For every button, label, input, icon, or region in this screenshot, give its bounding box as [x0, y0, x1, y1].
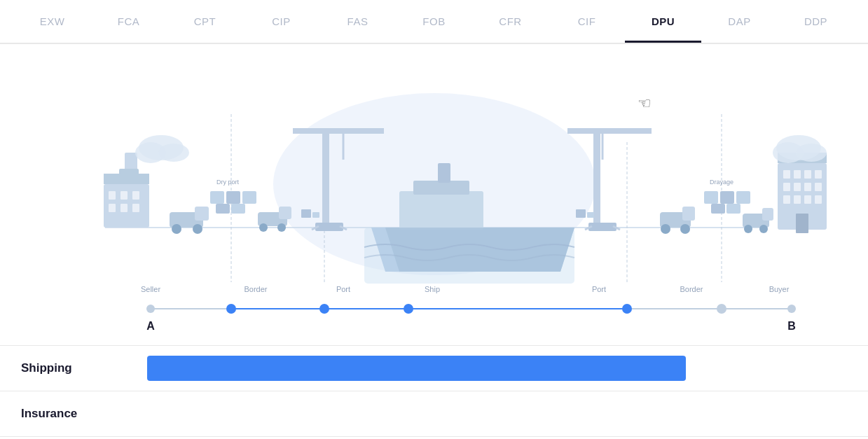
svg-rect-49: [322, 128, 329, 226]
svg-point-5: [146, 305, 155, 313]
svg-rect-40: [210, 191, 224, 204]
svg-rect-75: [711, 204, 725, 214]
svg-rect-42: [242, 191, 256, 204]
svg-rect-72: [704, 191, 718, 204]
svg-rect-31: [132, 191, 139, 200]
svg-point-9: [622, 304, 632, 314]
insurance-label: Insurance: [21, 407, 147, 421]
svg-rect-44: [231, 204, 245, 214]
svg-rect-89: [804, 170, 811, 179]
svg-rect-99: [796, 214, 808, 233]
svg-rect-43: [216, 204, 230, 214]
insurance-bar-container: [147, 401, 847, 426]
svg-rect-36: [195, 207, 209, 221]
svg-rect-93: [804, 183, 811, 191]
diagram-svg: A B Seller Border Port Ship Port Border …: [0, 44, 868, 345]
svg-text:Port: Port: [592, 285, 606, 293]
duties-row: Duties: [0, 436, 868, 439]
svg-rect-96: [794, 195, 801, 204]
insurance-row: Insurance: [0, 391, 868, 436]
svg-rect-29: [109, 191, 116, 200]
svg-rect-64: [567, 128, 652, 134]
svg-rect-70: [587, 212, 594, 218]
svg-rect-97: [804, 195, 811, 204]
tab-fas[interactable]: FAS: [319, 1, 396, 41]
svg-text:Border: Border: [244, 285, 267, 293]
svg-rect-55: [301, 209, 311, 218]
svg-rect-95: [783, 195, 790, 204]
svg-point-10: [717, 304, 726, 314]
svg-point-6: [226, 304, 236, 314]
svg-rect-76: [726, 204, 740, 214]
svg-rect-59: [399, 191, 483, 230]
svg-rect-41: [226, 191, 240, 204]
svg-point-37: [172, 224, 181, 234]
svg-text:Border: Border: [680, 285, 703, 293]
svg-rect-87: [783, 170, 790, 179]
svg-text:B: B: [787, 320, 796, 332]
shipping-diagram: ☜ A B Seller Border Port Sh: [0, 44, 868, 345]
tab-cip[interactable]: CIP: [243, 1, 319, 41]
tab-ddp[interactable]: DDP: [778, 1, 854, 41]
svg-rect-98: [815, 195, 822, 204]
svg-point-48: [277, 223, 286, 232]
svg-rect-90: [815, 170, 822, 179]
navigation-tabs: EXW FCA CPT CIP FAS FOB CFR CIF DPU DAP …: [0, 0, 868, 44]
svg-rect-82: [762, 208, 773, 221]
svg-rect-33: [120, 204, 128, 212]
cursor-icon: ☜: [638, 95, 652, 113]
svg-rect-91: [783, 183, 790, 191]
svg-point-38: [193, 224, 202, 234]
svg-point-84: [759, 225, 768, 233]
svg-rect-94: [815, 183, 822, 191]
svg-rect-88: [794, 170, 801, 179]
shipping-bar: [147, 356, 686, 381]
shipping-label: Shipping: [21, 361, 147, 375]
svg-point-11: [787, 305, 796, 313]
tab-fca[interactable]: FCA: [90, 1, 167, 41]
svg-rect-63: [593, 128, 600, 226]
tab-cpt[interactable]: CPT: [167, 1, 243, 41]
tab-fob[interactable]: FOB: [396, 1, 472, 41]
svg-rect-34: [132, 204, 139, 212]
tab-dap[interactable]: DAP: [701, 1, 778, 41]
svg-marker-62: [385, 228, 574, 272]
legend-section: Shipping Insurance Duties: [0, 345, 868, 439]
tab-exw[interactable]: EXW: [14, 1, 90, 41]
svg-rect-56: [312, 212, 319, 218]
svg-point-7: [319, 304, 329, 314]
svg-point-83: [744, 225, 752, 233]
svg-rect-30: [120, 191, 128, 200]
svg-rect-61: [438, 163, 450, 183]
svg-rect-32: [109, 204, 116, 212]
svg-point-47: [259, 223, 268, 232]
svg-text:Ship: Ship: [425, 285, 440, 293]
svg-text:Port: Port: [336, 285, 350, 293]
svg-rect-66: [588, 223, 616, 231]
svg-point-105: [796, 144, 827, 162]
shipping-bar-container: [147, 356, 847, 381]
tab-dpu[interactable]: DPU: [625, 1, 701, 41]
svg-rect-52: [315, 223, 343, 231]
svg-text:A: A: [146, 320, 155, 332]
svg-point-8: [404, 304, 413, 314]
svg-text:Drayage: Drayage: [710, 179, 733, 186]
svg-rect-50: [293, 128, 384, 134]
tab-cfr[interactable]: CFR: [472, 1, 549, 41]
svg-rect-78: [682, 207, 695, 221]
shipping-row: Shipping: [0, 345, 868, 391]
tab-cif[interactable]: CIF: [549, 1, 625, 41]
svg-rect-74: [736, 191, 750, 204]
svg-rect-46: [279, 207, 291, 219]
svg-text:Seller: Seller: [141, 285, 160, 293]
svg-rect-92: [794, 183, 801, 191]
svg-rect-73: [720, 191, 734, 204]
svg-marker-28: [104, 174, 149, 184]
svg-text:Buyer: Buyer: [769, 285, 790, 293]
svg-text:Dry port: Dry port: [216, 179, 240, 186]
svg-point-80: [680, 224, 690, 234]
svg-point-79: [661, 224, 670, 234]
svg-point-102: [158, 144, 189, 162]
svg-rect-69: [576, 209, 586, 218]
